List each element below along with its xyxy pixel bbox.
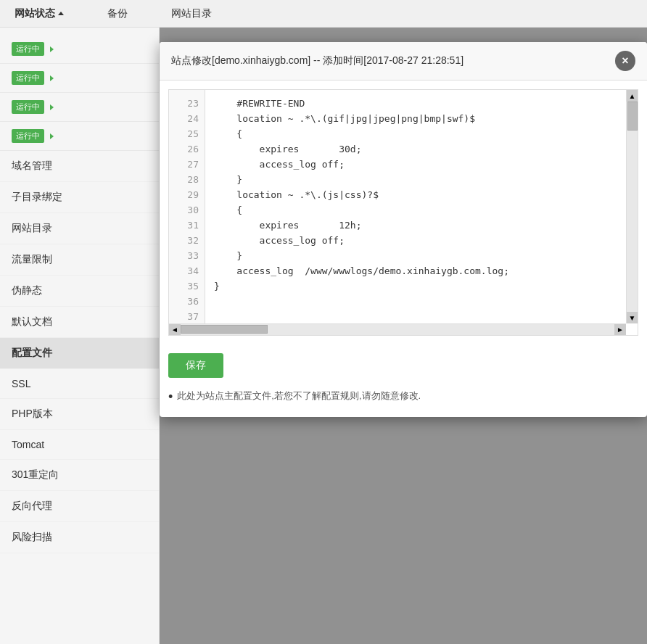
line-number: 30 <box>169 202 205 218</box>
arrow-right-icon-4 <box>50 133 54 139</box>
line-number: 25 <box>169 126 205 141</box>
code-line: expires 12h; <box>214 218 629 233</box>
sidebar-status-4: 运行中 <box>0 122 159 151</box>
code-line: location ~ .*\.(js|css)?$ <box>214 187 629 202</box>
modal-overlay: 站点修改[demo.xinhaiygb.com] -- 添加时间[2017-08… <box>160 28 647 644</box>
sidebar-item-domain[interactable]: 域名管理 <box>0 151 159 182</box>
sidebar-item-default-doc[interactable]: 默认文档 <box>0 307 159 338</box>
arrow-right-icon-1 <box>50 46 54 52</box>
scroll-thumb-v[interactable] <box>627 102 638 131</box>
code-line: { <box>214 126 629 141</box>
code-line: access_log off; <box>214 157 629 172</box>
sidebar-status-1: 运行中 <box>0 35 159 64</box>
nav-item-status[interactable]: 网站状态 <box>15 7 64 20</box>
sidebar-status-2: 运行中 <box>0 64 159 93</box>
nav-label-status: 网站状态 <box>15 7 55 20</box>
scroll-track-h[interactable] <box>181 324 614 335</box>
line-number: 37 <box>169 309 205 324</box>
sidebar-item-subdir[interactable]: 子目录绑定 <box>0 182 159 213</box>
status-badge-2: 运行中 <box>12 71 44 85</box>
code-line: access_log off; <box>214 233 629 248</box>
nav-label-backup: 备份 <box>107 7 128 20</box>
line-numbers: 232425262728293031323334353637 <box>169 90 205 335</box>
code-line: { <box>214 202 629 218</box>
nav-item-directory[interactable]: 网站目录 <box>171 7 212 20</box>
modal-header: 站点修改[demo.xinhaiygb.com] -- 添加时间[2017-08… <box>160 42 647 80</box>
line-number: 27 <box>169 157 205 172</box>
sidebar-item-config[interactable]: 配置文件 <box>0 338 159 369</box>
nav-item-backup[interactable]: 备份 <box>107 7 128 20</box>
sidebar: 运行中 运行中 运行中 运行中 域名管理 子目录绑定 网站目录 流量限制 伪静态 <box>0 28 160 644</box>
code-line: } <box>214 278 629 294</box>
sidebar-item-proxy[interactable]: 反向代理 <box>0 491 159 522</box>
line-number: 23 <box>169 96 205 111</box>
code-scroll-area[interactable]: 232425262728293031323334353637 #REWRITE-… <box>169 90 638 335</box>
code-content[interactable]: #REWRITE-END location ~ .*\.(gif|jpg|jpe… <box>205 90 638 335</box>
note-text: 此处为站点主配置文件,若您不了解配置规则,请勿随意修改. <box>177 389 421 402</box>
code-line: } <box>214 172 629 187</box>
line-number: 31 <box>169 218 205 233</box>
vertical-scrollbar[interactable]: ▲ ▼ <box>626 90 638 323</box>
arrow-right-icon-2 <box>50 75 54 81</box>
line-number: 34 <box>169 263 205 278</box>
horizontal-scrollbar[interactable]: ◄ ► <box>169 323 626 335</box>
code-line: #REWRITE-END <box>214 96 629 111</box>
line-number: 24 <box>169 111 205 126</box>
line-number: 32 <box>169 233 205 248</box>
scroll-down-button[interactable]: ▼ <box>627 312 638 323</box>
modal-body: 232425262728293031323334353637 #REWRITE-… <box>160 89 647 417</box>
content-area: 站点修改[demo.xinhaiygb.com] -- 添加时间[2017-08… <box>160 28 647 644</box>
main-layout: 运行中 运行中 运行中 运行中 域名管理 子目录绑定 网站目录 流量限制 伪静态 <box>0 28 647 644</box>
code-line: access_log /www/wwwlogs/demo.xinhaiygb.c… <box>214 263 629 278</box>
modal-actions: 保存 <box>160 344 647 384</box>
modal-note: • 此处为站点主配置文件,若您不了解配置规则,请勿随意修改. <box>160 384 647 417</box>
scroll-up-button[interactable]: ▲ <box>627 90 638 102</box>
sidebar-item-webdir[interactable]: 网站目录 <box>0 213 159 244</box>
status-badge-4: 运行中 <box>12 129 44 143</box>
line-number: 29 <box>169 187 205 202</box>
sidebar-status-3: 运行中 <box>0 93 159 122</box>
scroll-left-button[interactable]: ◄ <box>169 324 181 336</box>
scroll-track-v[interactable] <box>627 102 638 312</box>
scroll-thumb-h[interactable] <box>181 325 268 334</box>
line-number: 26 <box>169 141 205 157</box>
sidebar-item-tomcat[interactable]: Tomcat <box>0 430 159 460</box>
line-number: 28 <box>169 172 205 187</box>
modal-title: 站点修改[demo.xinhaiygb.com] -- 添加时间[2017-08… <box>171 54 463 67</box>
sidebar-item-ssl[interactable]: SSL <box>0 369 159 399</box>
sidebar-item-php[interactable]: PHP版本 <box>0 399 159 430</box>
arrow-up-icon <box>58 12 64 15</box>
code-line: expires 30d; <box>214 141 629 157</box>
bullet-icon: • <box>168 389 173 405</box>
nav-label-directory: 网站目录 <box>171 7 212 20</box>
line-number: 36 <box>169 294 205 309</box>
top-navigation: 网站状态 备份 网站目录 <box>0 0 647 28</box>
status-badge-3: 运行中 <box>12 100 44 114</box>
sidebar-item-scan[interactable]: 风险扫描 <box>0 522 159 553</box>
save-button[interactable]: 保存 <box>168 353 223 378</box>
code-editor[interactable]: 232425262728293031323334353637 #REWRITE-… <box>168 89 638 336</box>
code-line: } <box>214 248 629 263</box>
line-number: 35 <box>169 278 205 294</box>
status-badge-1: 运行中 <box>12 42 44 56</box>
code-line: location ~ .*\.(gif|jpg|jpeg|png|bmp|swf… <box>214 111 629 126</box>
line-number: 33 <box>169 248 205 263</box>
scroll-right-button[interactable]: ► <box>614 324 626 336</box>
config-modal: 站点修改[demo.xinhaiygb.com] -- 添加时间[2017-08… <box>160 42 647 417</box>
sidebar-item-traffic[interactable]: 流量限制 <box>0 244 159 276</box>
sidebar-item-pseudo[interactable]: 伪静态 <box>0 276 159 307</box>
arrow-right-icon-3 <box>50 104 54 110</box>
modal-close-button[interactable]: × <box>615 51 635 71</box>
sidebar-item-301[interactable]: 301重定向 <box>0 460 159 491</box>
